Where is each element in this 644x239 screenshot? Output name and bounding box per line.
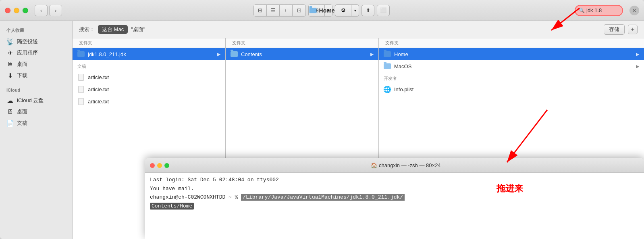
- view-cover-button[interactable]: ⊡: [293, 5, 305, 16]
- article2-icon: [77, 86, 85, 93]
- docs-section-label: 文稿: [73, 60, 225, 71]
- infoplist-item[interactable]: 🌐 Info.plist: [379, 83, 644, 95]
- home-folder-icon: [384, 50, 391, 58]
- home-folder-name: Home: [394, 51, 408, 57]
- view-column-button[interactable]: ⫶: [280, 5, 293, 16]
- macos-item[interactable]: MacOS ▶: [379, 60, 644, 72]
- terminal-body[interactable]: Last login: Sat Dec 5 02:48:04 on ttys00…: [145, 173, 644, 239]
- sidebar: 个人收藏 📡 隔空投送 ✈ 应用程序 🖥 桌面 ⬇ 下载 iCloud ☁ iC…: [0, 21, 73, 239]
- terminal-title: 🏠 changxin — -zsh — 80×24: [172, 162, 639, 168]
- title-bar: ‹ › ⊞ ☰ ⫶ ⊡ ⊞ ▾ ⚙ ▾ ⬆ ⬜ Home: [0, 0, 644, 21]
- macos-chevron: ▶: [636, 64, 639, 69]
- icloud-docs-icon: 📄: [6, 120, 14, 127]
- view-button-group: ⊞ ☰ ⫶ ⊡: [253, 4, 306, 17]
- column-2-header: 文件夹: [226, 38, 378, 48]
- terminal-minimize-button[interactable]: [157, 163, 162, 168]
- forward-button[interactable]: ›: [49, 5, 62, 16]
- downloads-label: 下载: [17, 72, 27, 79]
- scope-this-mac[interactable]: 这台 Mac: [98, 25, 128, 34]
- sidebar-item-apps[interactable]: ✈ 应用程序: [0, 47, 72, 59]
- scope-desktop[interactable]: "桌面": [131, 26, 145, 33]
- terminal-line-4: Contents/Home: [150, 202, 639, 210]
- home-item[interactable]: Home ▶: [379, 48, 644, 60]
- airdrop-label: 隔空投送: [17, 38, 38, 45]
- desktop-icon: 🖥: [6, 61, 14, 68]
- terminal-prompt: changxin@ch-C02WC0NXHTDD ~ %: [150, 194, 241, 200]
- window-title-area: Home: [310, 7, 335, 14]
- action-arrow[interactable]: ▾: [351, 5, 359, 16]
- terminal-home-icon: 🏠: [371, 162, 377, 168]
- terminal-window: 🏠 changxin — -zsh — 80×24 Last login: Sa…: [145, 158, 644, 239]
- contents-icon: [231, 50, 238, 58]
- search-input-value[interactable]: jdk 1.8: [586, 7, 619, 13]
- terminal-highlight: Contents/Home: [150, 203, 194, 210]
- jdk-chevron: ▶: [217, 52, 220, 57]
- column-3-header: 文件夹: [379, 38, 644, 48]
- icloud-desktop-icon: 🖥: [6, 108, 14, 115]
- terminal-title-bar: 🏠 changxin — -zsh — 80×24: [145, 158, 644, 173]
- share-button[interactable]: ⬆: [361, 5, 374, 16]
- action-main[interactable]: ⚙: [335, 5, 351, 16]
- view-list-button[interactable]: ☰: [267, 5, 280, 16]
- article2-item[interactable]: article.txt: [73, 83, 225, 95]
- article2-name: article.txt: [88, 86, 109, 92]
- view-icon-button[interactable]: ⊞: [254, 5, 267, 16]
- jdk-folder-item[interactable]: jdk1.8.0_211.jdk ▶: [73, 48, 225, 60]
- terminal-close-button[interactable]: [150, 163, 155, 168]
- macos-icon: [384, 63, 391, 70]
- action-button: ⚙ ▾: [335, 4, 359, 17]
- column-1-header: 文件夹: [73, 38, 225, 48]
- icloud-drive-label: iCloud 云盘: [17, 97, 44, 104]
- home-chevron: ▶: [636, 52, 639, 57]
- developer-section-label: 开发者: [379, 72, 644, 83]
- title-folder-icon: [310, 8, 317, 13]
- infoplist-name: Info.plist: [394, 86, 413, 92]
- terminal-line-1: Last login: Sat Dec 5 02:48:04 on ttys00…: [150, 176, 639, 184]
- macos-name: MacOS: [394, 63, 411, 69]
- add-search-button[interactable]: +: [628, 25, 638, 34]
- sidebar-item-airdrop[interactable]: 📡 隔空投送: [0, 36, 72, 47]
- article3-item[interactable]: article.txt: [73, 95, 225, 107]
- terminal-maximize-button[interactable]: [164, 163, 169, 168]
- terminal-title-text: changxin — -zsh — 80×24: [379, 162, 441, 168]
- downloads-icon: ⬇: [6, 72, 14, 79]
- sidebar-item-icloud-docs[interactable]: 📄 文稿: [0, 117, 72, 129]
- article3-name: article.txt: [88, 99, 109, 105]
- article1-item[interactable]: article.txt: [73, 71, 225, 83]
- close-button[interactable]: [5, 8, 10, 13]
- terminal-traffic-lights: [150, 163, 169, 168]
- desktop-label: 桌面: [17, 61, 27, 68]
- tag-button[interactable]: ⬜: [377, 5, 390, 16]
- terminal-path: /Library/Java/JavaVirtualMachines/jdk1.8…: [241, 194, 405, 201]
- save-search-button[interactable]: 存储: [604, 24, 625, 35]
- contents-name: Contents: [241, 51, 262, 57]
- icloud-section-title: iCloud: [0, 86, 72, 95]
- sidebar-item-icloud-drive[interactable]: ☁ iCloud 云盘: [0, 95, 72, 106]
- sidebar-item-downloads[interactable]: ⬇ 下载: [0, 70, 72, 81]
- jdk-folder-icon: [77, 50, 85, 58]
- minimize-button[interactable]: [14, 8, 19, 13]
- article1-name: article.txt: [88, 74, 109, 80]
- sidebar-item-icloud-desktop[interactable]: 🖥 桌面: [0, 106, 72, 117]
- sidebar-item-desktop[interactable]: 🖥 桌面: [0, 59, 72, 70]
- window-title: Home: [319, 7, 335, 14]
- maximize-button[interactable]: [23, 8, 28, 13]
- search-scope-bar: 搜索： 这台 Mac "桌面" 存储 +: [73, 21, 644, 38]
- close-search-button[interactable]: ✕: [629, 6, 639, 15]
- terminal-line-3: changxin@ch-C02WC0NXHTDD ~ % /Library/Ja…: [150, 193, 639, 201]
- icloud-icon: ☁: [6, 97, 14, 104]
- finder-window: ‹ › ⊞ ☰ ⫶ ⊡ ⊞ ▾ ⚙ ▾ ⬆ ⬜ Home: [0, 0, 644, 239]
- search-box[interactable]: 🔍 jdk 1.8: [575, 5, 623, 16]
- infoplist-icon: 🌐: [384, 86, 391, 93]
- icloud-docs-label: 文稿: [17, 120, 27, 127]
- article3-icon: [77, 98, 85, 105]
- personal-section-title: 个人收藏: [0, 26, 72, 36]
- apps-label: 应用程序: [17, 49, 38, 57]
- apps-icon: ✈: [6, 49, 14, 57]
- contents-chevron: ▶: [370, 52, 374, 57]
- search-label: 搜索：: [79, 26, 95, 33]
- back-button[interactable]: ‹: [35, 5, 48, 16]
- search-icon: 🔍: [579, 8, 585, 13]
- contents-item[interactable]: Contents ▶: [226, 48, 378, 60]
- nav-buttons: ‹ ›: [35, 5, 62, 16]
